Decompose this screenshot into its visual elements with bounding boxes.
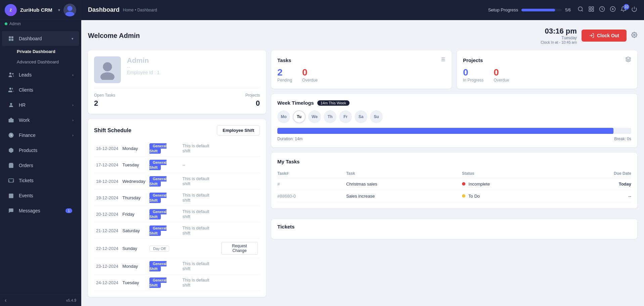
- bookmark-icon[interactable]: [588, 6, 594, 14]
- notifications-icon[interactable]: 10: [620, 6, 627, 14]
- shift-header: Shift Schedule Employee Shift: [94, 125, 260, 136]
- sidebar-footer: ‹ v5.4.9: [0, 294, 81, 306]
- task-id-cell: #88680-0: [277, 190, 346, 202]
- general-shift-badge: General Shift: [149, 160, 167, 170]
- clock-settings-button[interactable]: [631, 32, 637, 40]
- day-btn-th[interactable]: Th: [324, 110, 336, 123]
- sidebar-item-advanced-dashboard[interactable]: Advanced Dashboard: [0, 57, 81, 67]
- projects-in-progress: 0 In Progress: [463, 67, 484, 83]
- profile-card: Admin -- Employee Id : 1 Open Tasks 2 Pr…: [88, 50, 266, 114]
- day-btn-tu[interactable]: Tu: [293, 110, 306, 123]
- tasks-list-icon[interactable]: [440, 56, 446, 64]
- sidebar-item-finance[interactable]: Finance ›: [2, 128, 79, 143]
- content-area: Welcome Admin 03:16 pm Tuesday Clock In …: [81, 20, 644, 306]
- shift-date: 19-12-2024: [94, 190, 121, 206]
- svg-point-30: [634, 34, 635, 36]
- app-chevron-icon[interactable]: ▾: [58, 8, 60, 12]
- svg-rect-3: [11, 36, 13, 38]
- sidebar-item-messages[interactable]: Messages 1: [2, 203, 79, 218]
- my-tasks-title: My Tasks: [277, 159, 631, 164]
- svg-rect-13: [9, 179, 14, 183]
- welcome-header: Welcome Admin 03:16 pm Tuesday Clock In …: [88, 27, 637, 44]
- clock-out-button[interactable]: Clock Out: [582, 30, 627, 42]
- task-id-cell: #: [277, 178, 346, 190]
- tickets-title: Tickets: [277, 224, 631, 230]
- topbar: Dashboard Home • Dashboard Setup Progres…: [81, 0, 644, 20]
- clock-icon[interactable]: [599, 6, 605, 14]
- sidebar-item-products[interactable]: Products: [2, 143, 79, 158]
- shift-row: 18-12-2024 Wednesday General Shift This …: [94, 173, 260, 190]
- svg-rect-10: [9, 119, 14, 122]
- shift-row: 21-12-2024 Saturday General Shift This i…: [94, 222, 260, 239]
- day-btn-we[interactable]: We: [308, 110, 321, 123]
- general-shift-badge: General Shift: [149, 261, 167, 271]
- finance-label: Finance: [19, 133, 72, 138]
- projects-layers-icon[interactable]: [625, 56, 631, 64]
- projects-overdue-val: 0: [494, 67, 509, 78]
- sidebar-item-hr[interactable]: HR ›: [2, 98, 79, 112]
- svg-marker-39: [626, 57, 631, 60]
- shift-note: This is default shift: [180, 173, 219, 190]
- profile-stats-row: Open Tasks 2 Projects 0: [94, 88, 260, 108]
- shift-type: General Shift: [147, 206, 180, 222]
- shift-type: General Shift: [147, 222, 180, 239]
- tickets-icon: [7, 177, 15, 184]
- sidebar-item-work[interactable]: Work ›: [2, 113, 79, 128]
- request-change-button[interactable]: Request Change: [221, 242, 258, 255]
- svg-rect-22: [589, 10, 591, 11]
- col-due-date: Due Date: [566, 169, 631, 178]
- clock-day: Tuesday: [541, 36, 577, 40]
- tasks-pending-label: Pending: [277, 78, 292, 83]
- sidebar-item-orders[interactable]: Orders: [2, 158, 79, 173]
- svg-point-6: [9, 72, 11, 74]
- day-btn-mo[interactable]: Mo: [277, 110, 290, 123]
- svg-rect-14: [9, 194, 13, 198]
- shift-date: 22-12-2024: [94, 239, 121, 258]
- sidebar-collapse-btn[interactable]: ‹: [5, 297, 6, 303]
- projects-in-progress-label: In Progress: [463, 78, 484, 83]
- shift-row: 19-12-2024 Thursday General Shift This i…: [94, 190, 260, 206]
- avatar[interactable]: [63, 4, 76, 16]
- general-shift-badge: General Shift: [149, 225, 167, 236]
- shift-day: Saturday: [121, 222, 147, 239]
- finance-icon: [7, 132, 15, 139]
- employee-shift-button[interactable]: Employee Shift: [217, 125, 260, 136]
- task-name-cell: Christmas sales: [346, 178, 462, 190]
- day-btn-su[interactable]: Su: [370, 110, 383, 123]
- setup-progress-fill: [521, 9, 555, 11]
- sidebar-item-private-dashboard[interactable]: Private Dashboard: [0, 46, 81, 57]
- sidebar-item-tickets[interactable]: Tickets: [2, 173, 79, 188]
- shift-request-cell: Request Change: [219, 239, 260, 258]
- shift-note: --: [180, 157, 219, 173]
- sidebar-item-leads[interactable]: Leads ›: [2, 67, 79, 82]
- main-area: Dashboard Home • Dashboard Setup Progres…: [81, 0, 644, 306]
- tasks-overdue-val: 0: [302, 67, 318, 78]
- shift-date: 23-12-2024: [94, 258, 121, 274]
- projects-stats: 0 In Progress 0 Overdue: [463, 67, 631, 83]
- week-days-row: MoTuWeThFrSaSu: [277, 110, 631, 123]
- tasks-card-title: Tasks: [277, 56, 446, 64]
- day-btn-fr[interactable]: Fr: [339, 110, 352, 123]
- messages-badge: 1: [65, 208, 72, 213]
- shift-title: Shift Schedule: [94, 128, 131, 134]
- sidebar-item-clients[interactable]: Clients: [2, 83, 79, 97]
- shift-note: [180, 239, 219, 258]
- events-icon: [7, 192, 15, 199]
- open-tasks-stat: Open Tasks 2: [94, 93, 177, 108]
- sidebar-item-dashboard[interactable]: Dashboard ▾: [2, 31, 79, 46]
- app-name: ZuriHub CRM: [20, 7, 58, 13]
- sidebar-item-events[interactable]: Events: [2, 188, 79, 203]
- projects-card-title: Projects: [463, 56, 631, 64]
- add-icon[interactable]: [610, 6, 616, 14]
- day-btn-sa[interactable]: Sa: [355, 110, 367, 123]
- search-icon[interactable]: [578, 6, 584, 14]
- timelogs-title: Week Timelogs: [277, 100, 314, 106]
- general-shift-badge: General Shift: [149, 193, 167, 203]
- shift-schedule-card: Shift Schedule Employee Shift 16-12-2024…: [88, 119, 266, 297]
- shift-day: Sunday: [121, 239, 147, 258]
- power-icon[interactable]: [631, 6, 637, 14]
- profile-details: Admin -- Employee Id : 1: [127, 56, 159, 75]
- products-icon: [7, 147, 15, 154]
- shift-note: This is default shift: [180, 258, 219, 274]
- setup-progress-wrapper: Setup Progress 5/6: [488, 7, 571, 12]
